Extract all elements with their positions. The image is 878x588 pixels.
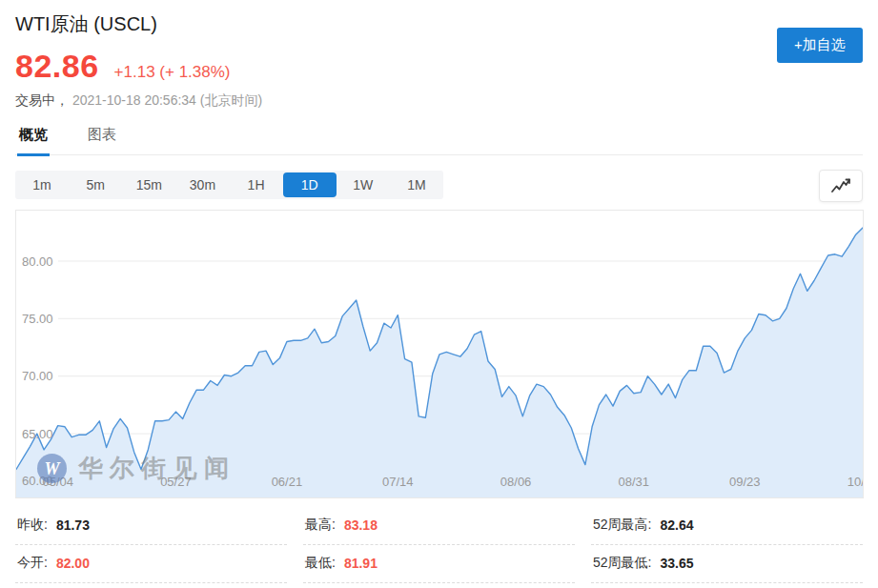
line-chart-icon — [830, 177, 851, 194]
x-axis-label-07/14: 07/14 — [382, 475, 414, 489]
stat-value: 82.00 — [56, 556, 90, 571]
stat-label: 昨收: — [17, 517, 48, 534]
price-chart-svg: 80.0075.0070.0065.0060.0005/0405/2706/21… — [16, 211, 863, 497]
stats-grid: 昨收:81.73今开:82.00最高:83.18最低:81.9152周最高:82… — [15, 507, 863, 583]
x-axis-label-08/06: 08/06 — [500, 475, 532, 489]
stat-label: 最高: — [305, 517, 336, 534]
stat-row: 52周最高:82.64 — [591, 507, 863, 545]
y-axis-label-75: 75.00 — [22, 312, 53, 326]
x-axis-label-05/04: 05/04 — [42, 475, 73, 489]
x-axis-label-05/27: 05/27 — [160, 475, 192, 489]
stat-value: 81.73 — [56, 517, 90, 533]
time-range-button-1m[interactable]: 1m — [15, 172, 69, 197]
stat-row: 52周最低:33.65 — [591, 545, 863, 583]
stat-row: 最高:83.18 — [303, 507, 575, 545]
time-range-button-1M[interactable]: 1M — [390, 172, 443, 197]
price-chart[interactable]: 80.0075.0070.0065.0060.0005/0405/2706/21… — [15, 210, 864, 498]
stat-value: 81.91 — [344, 556, 378, 571]
time-range-row: 1m5m15m30m1H1D1W1M — [15, 170, 863, 200]
page-title: WTI原油 (USCL) — [15, 0, 863, 37]
stat-value: 83.18 — [344, 517, 378, 533]
stat-label: 最低: — [305, 555, 336, 572]
stats-column-0: 昨收:81.73今开:82.00 — [15, 507, 287, 583]
x-axis-label-08/31: 08/31 — [619, 475, 650, 489]
y-axis-label-70: 70.00 — [22, 369, 53, 383]
time-range-bar: 1m5m15m30m1H1D1W1M — [15, 171, 443, 199]
time-range-button-1D[interactable]: 1D — [283, 172, 337, 197]
tab-0[interactable]: 概览 — [17, 126, 50, 156]
x-axis-label-09/23: 09/23 — [729, 475, 761, 489]
tab-1[interactable]: 图表 — [86, 126, 118, 154]
tabs: 概览图表 — [15, 126, 863, 155]
stat-value: 82.64 — [660, 517, 693, 533]
price-area-fill — [16, 228, 863, 497]
trading-status: 交易中， 2021-10-18 20:56:34 (北京时间) — [15, 92, 863, 110]
stat-label: 52周最低: — [593, 555, 651, 572]
add-watchlist-button[interactable]: +加自选 — [777, 28, 863, 63]
time-range-button-5m[interactable]: 5m — [69, 172, 122, 197]
current-price: 82.86 — [15, 48, 99, 85]
y-axis-label-80: 80.00 — [22, 254, 53, 269]
y-axis-label-65: 65.00 — [22, 427, 53, 441]
stat-row: 今开:82.00 — [15, 545, 287, 583]
x-axis-label-10/18: 10/18 — [847, 475, 863, 489]
stat-label: 52周最高: — [593, 517, 651, 534]
quote-timestamp: 2021-10-18 20:56:34 (北京时间) — [72, 92, 262, 108]
time-range-button-15m[interactable]: 15m — [122, 172, 175, 197]
stats-column-2: 52周最高:82.6452周最低:33.65 — [591, 507, 863, 583]
x-axis-label-06/21: 06/21 — [272, 475, 303, 489]
price-change: +1.13 (+ 1.38%) — [114, 63, 231, 82]
stat-row: 最低:81.91 — [303, 545, 575, 583]
stat-row: 昨收:81.73 — [15, 507, 287, 545]
price-row: 82.86 +1.13 (+ 1.38%) — [15, 48, 863, 85]
quote-page: WTI原油 (USCL) 82.86 +1.13 (+ 1.38%) 交易中， … — [15, 0, 863, 583]
time-range-button-30m[interactable]: 30m — [175, 172, 229, 197]
time-range-button-1W[interactable]: 1W — [337, 172, 390, 197]
chart-type-button[interactable] — [819, 170, 863, 202]
time-range-button-1H[interactable]: 1H — [230, 172, 283, 197]
stat-value: 33.65 — [660, 556, 693, 571]
trading-status-label: 交易中， — [15, 92, 69, 108]
stats-column-1: 最高:83.18最低:81.91 — [303, 507, 575, 583]
stat-label: 今开: — [17, 555, 48, 572]
